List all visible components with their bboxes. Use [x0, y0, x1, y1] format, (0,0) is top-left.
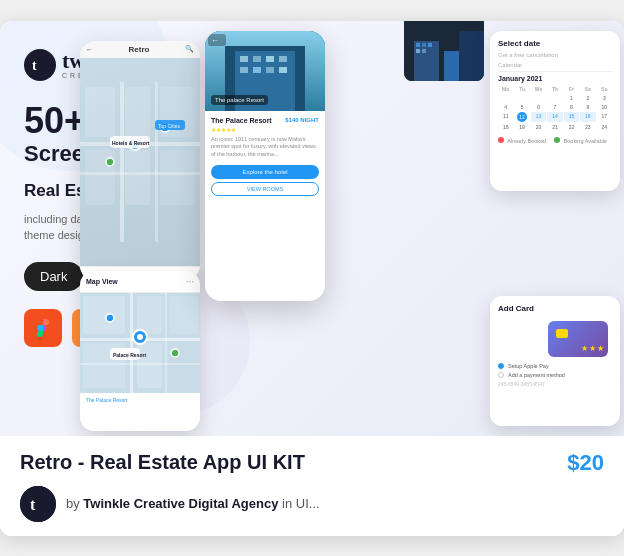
cal-date — [547, 94, 562, 102]
svg-rect-26 — [160, 150, 195, 205]
svg-text:Palace Resort: Palace Resort — [113, 352, 146, 358]
cal-subtitle: Get a free cancellation — [498, 52, 612, 58]
svg-point-61 — [171, 349, 179, 357]
cal-date: 22 — [564, 123, 579, 131]
hotel-name-tag: The palace Resort — [211, 95, 268, 105]
phone-add-card: Add Card ★ ★ ★ Setup Apple Pay Add a pay… — [490, 296, 620, 426]
map-view-area: Palace Resort — [80, 293, 200, 393]
svg-rect-16 — [422, 49, 426, 53]
hotel-price: $140 NIGHT — [285, 117, 319, 123]
cal-day-we: We — [531, 85, 546, 93]
svg-point-60 — [106, 314, 114, 322]
payment-radio-method[interactable] — [498, 372, 504, 378]
cal-date: 18 — [498, 123, 513, 131]
cal-day-su: Su — [597, 85, 612, 93]
product-card: t twinkle CREATIVE 50+ ios Screens Real … — [0, 21, 624, 536]
cal-grid: Mo Tu We Th Fr Sa Su 1 2 3 4 5 6 7 — [498, 85, 612, 131]
svg-rect-12 — [416, 43, 420, 47]
cal-date: 10 — [597, 103, 612, 111]
cal-date: 21 — [547, 123, 562, 131]
cal-day-tu: Tu — [514, 85, 529, 93]
cal-date: 9 — [580, 103, 595, 111]
legend-booked: Already Booked — [498, 137, 546, 144]
svg-rect-19 — [120, 82, 124, 242]
cal-date — [514, 94, 529, 102]
cal-date: 11 — [498, 112, 513, 122]
cal-date: 19 — [514, 123, 529, 131]
hotel-desc: An iconic 1911 centuary is now Malta's p… — [211, 136, 319, 159]
payment-method-label: Add a payment method — [508, 372, 565, 378]
phone-main-inner: ← Retro 🔍 — [80, 41, 200, 281]
card-footer: Retro - Real Estate App UI KIT $20 t by … — [0, 436, 624, 536]
add-card-title: Add Card — [498, 304, 612, 313]
svg-point-29 — [106, 158, 114, 166]
svg-rect-13 — [422, 43, 426, 47]
svg-text:t: t — [32, 58, 37, 73]
map-header: Map View ··· — [80, 271, 200, 293]
payment-radio-apple[interactable] — [498, 363, 504, 369]
phone-mid: ← The palace Resort The Palace Resort $1… — [205, 31, 325, 301]
svg-text:Hotels & Resort: Hotels & Resort — [112, 140, 150, 146]
cal-day-fr: Fr — [564, 85, 579, 93]
phone-back-arrow: ← — [86, 46, 93, 53]
cal-date-range: 15 — [564, 112, 579, 122]
price-title-row: Retro - Real Estate App UI KIT $20 — [20, 450, 604, 476]
author-row: t by Twinkle Creative Digital Agency in … — [20, 486, 604, 522]
svg-rect-11 — [459, 31, 484, 81]
svg-rect-22 — [125, 87, 150, 137]
cal-date-range: 16 — [580, 112, 595, 122]
preview-area: t twinkle CREATIVE 50+ ios Screens Real … — [0, 21, 624, 436]
author-avatar: t — [20, 486, 56, 522]
card-number: 245-8549-3455-9547 — [498, 381, 612, 387]
cal-date: 4 — [498, 103, 513, 111]
cal-date — [531, 94, 546, 102]
payment-row-apple: Setup Apple Pay — [498, 363, 612, 369]
product-price: $20 — [567, 450, 604, 476]
card-chip — [556, 329, 568, 338]
cal-day-mo: Mo — [498, 85, 513, 93]
phone-calendar: Select date Get a free cancellation Cale… — [490, 31, 620, 191]
hotel-overlay: The palace Resort — [205, 31, 325, 111]
svg-rect-25 — [125, 150, 150, 205]
cal-date: 20 — [531, 123, 546, 131]
legend-available: Booking Available — [554, 137, 607, 144]
cal-date: 6 — [531, 103, 546, 111]
svg-point-59 — [137, 334, 143, 340]
map-footer: The Palace Resort — [80, 393, 200, 407]
credit-card-visual: ★ ★ ★ — [548, 321, 608, 357]
svg-rect-14 — [428, 43, 432, 47]
map-palace-label: The Palace Resort — [86, 397, 127, 403]
svg-text:t: t — [30, 496, 36, 513]
dark-button[interactable]: Dark — [24, 262, 83, 291]
payment-apple-label: Setup Apple Pay — [508, 363, 549, 369]
cal-month: January 2021 — [498, 75, 612, 82]
hotel-image: ← The palace Resort — [205, 31, 325, 111]
card-star-2: ★ — [589, 344, 596, 353]
building-background — [404, 21, 484, 81]
explore-btn[interactable]: Explore the hotel — [211, 165, 319, 179]
phone-search-icon: 🔍 — [185, 45, 194, 53]
card-star-3: ★ — [597, 344, 604, 353]
author-name: Twinkle Creative Digital Agency — [83, 496, 278, 511]
cal-date-active[interactable]: 12 — [517, 112, 527, 122]
cal-date: 1 — [564, 94, 579, 102]
svg-rect-55 — [170, 296, 198, 334]
phone-map-view: Map View ··· — [80, 271, 200, 431]
cal-date: 8 — [564, 103, 579, 111]
payment-options: Setup Apple Pay Add a payment method 245… — [498, 363, 612, 387]
cal-date: 5 — [514, 103, 529, 111]
view-rooms-btn[interactable]: VIEW ROOMS — [211, 182, 319, 196]
svg-rect-51 — [130, 293, 133, 393]
map-view-title: Map View — [86, 278, 118, 285]
product-title: Retro - Real Estate App UI KIT — [20, 451, 305, 474]
hotel-info: The Palace Resort $140 NIGHT ★★★★★ An ic… — [205, 111, 325, 202]
payment-row-method: Add a payment method — [498, 372, 612, 378]
map-view-svg: Palace Resort — [80, 293, 200, 393]
cal-date: 23 — [580, 123, 595, 131]
author-text: by Twinkle Creative Digital Agency in UI… — [66, 496, 320, 511]
twinkle-logo-icon: t — [24, 49, 56, 81]
cal-date — [498, 94, 513, 102]
cal-date: 2 — [580, 94, 595, 102]
cal-section: Calendar — [498, 62, 612, 72]
author-avatar-svg: t — [20, 486, 56, 522]
